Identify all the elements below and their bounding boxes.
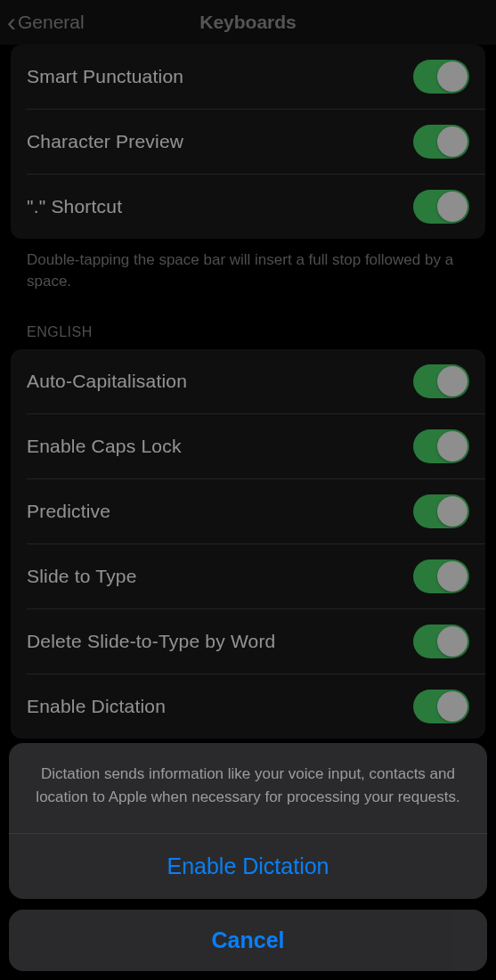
toggle-predictive[interactable]: [413, 494, 469, 528]
action-sheet: Dictation sends information like your vo…: [9, 743, 487, 971]
cancel-button[interactable]: Cancel: [9, 910, 487, 971]
setting-label: Enable Caps Lock: [27, 436, 182, 457]
action-sheet-message: Dictation sends information like your vo…: [9, 743, 487, 834]
toggle-smart-punctuation[interactable]: [413, 60, 469, 94]
setting-enable-caps-lock: Enable Caps Lock: [11, 414, 485, 478]
chevron-left-icon: ‹: [7, 9, 16, 36]
setting-delete-slide-by-word: Delete Slide-to-Type by Word: [11, 609, 485, 674]
setting-label: "." Shortcut: [27, 196, 122, 217]
setting-enable-dictation: Enable Dictation: [11, 674, 485, 739]
section-header-english: ENGLISH: [11, 314, 485, 349]
setting-character-preview: Character Preview: [11, 110, 485, 174]
setting-label: Smart Punctuation: [27, 66, 183, 87]
setting-label: Slide to Type: [27, 566, 137, 587]
toggle-period-shortcut[interactable]: [413, 190, 469, 224]
cancel-card: Cancel: [9, 910, 487, 971]
toggle-auto-capitalisation[interactable]: [413, 364, 469, 398]
setting-predictive: Predictive: [11, 479, 485, 543]
setting-label: Predictive: [27, 501, 110, 522]
back-button[interactable]: ‹ General: [7, 9, 85, 36]
navigation-bar: ‹ General Keyboards: [0, 0, 496, 45]
setting-slide-to-type: Slide to Type: [11, 544, 485, 608]
back-label: General: [18, 12, 85, 33]
action-sheet-card: Dictation sends information like your vo…: [9, 743, 487, 899]
settings-group-english: Auto-Capitalisation Enable Caps Lock Pre…: [11, 349, 485, 739]
setting-period-shortcut: "." Shortcut: [11, 175, 485, 239]
section-footer: Double-tapping the space bar will insert…: [11, 239, 485, 314]
toggle-enable-dictation[interactable]: [413, 690, 469, 723]
setting-label: Enable Dictation: [27, 696, 166, 717]
enable-dictation-button[interactable]: Enable Dictation: [9, 834, 487, 899]
toggle-character-preview[interactable]: [413, 125, 469, 159]
setting-label: Character Preview: [27, 131, 183, 152]
toggle-delete-slide-by-word[interactable]: [413, 625, 469, 658]
settings-group-1: Smart Punctuation Character Preview "." …: [11, 45, 485, 239]
setting-label: Delete Slide-to-Type by Word: [27, 631, 276, 652]
page-title: Keyboards: [199, 12, 297, 33]
toggle-enable-caps-lock[interactable]: [413, 429, 469, 463]
setting-smart-punctuation: Smart Punctuation: [11, 45, 485, 109]
setting-auto-capitalisation: Auto-Capitalisation: [11, 349, 485, 413]
setting-label: Auto-Capitalisation: [27, 371, 187, 392]
toggle-slide-to-type[interactable]: [413, 559, 469, 593]
